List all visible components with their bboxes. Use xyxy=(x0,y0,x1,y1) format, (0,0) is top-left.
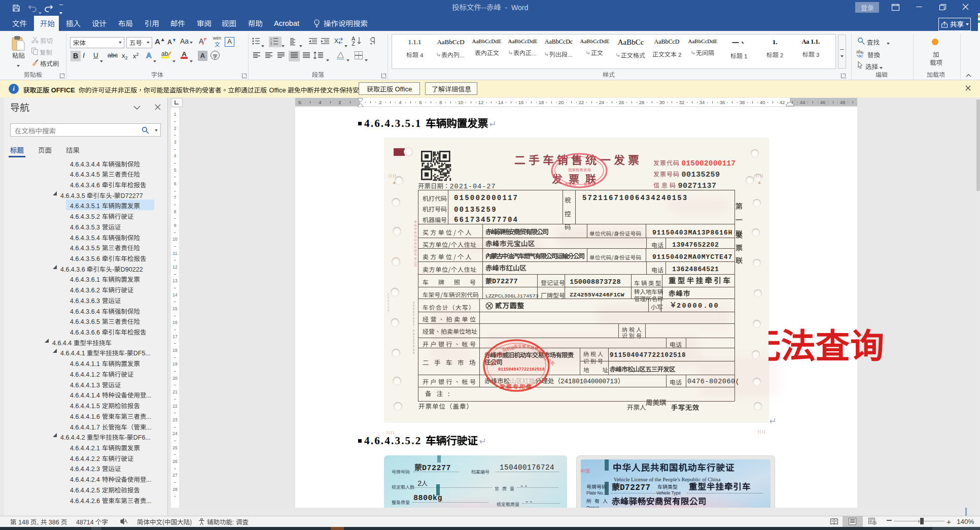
svg-text:11: 11 xyxy=(173,251,178,256)
svg-text:44: 44 xyxy=(800,100,806,105)
svg-text:24: 24 xyxy=(599,100,605,105)
svg-text:32: 32 xyxy=(679,100,685,105)
svg-text:b: b xyxy=(861,50,864,55)
svg-text:48: 48 xyxy=(840,100,846,105)
svg-text:2: 2 xyxy=(174,126,177,131)
svg-text:6: 6 xyxy=(174,181,177,186)
svg-text:28: 28 xyxy=(639,100,645,105)
svg-text:15: 15 xyxy=(172,306,178,311)
svg-text:14: 14 xyxy=(172,292,178,297)
svg-text:6: 6 xyxy=(298,100,301,105)
svg-text:18: 18 xyxy=(172,348,178,353)
svg-text:20: 20 xyxy=(558,100,564,105)
svg-text:22: 22 xyxy=(172,404,178,409)
svg-text:23: 23 xyxy=(172,417,178,422)
svg-text:10: 10 xyxy=(458,100,464,105)
svg-text:25: 25 xyxy=(172,445,178,450)
svg-text:22: 22 xyxy=(579,100,584,105)
svg-text:16: 16 xyxy=(172,320,178,325)
svg-text:8: 8 xyxy=(174,209,177,214)
svg-text:18: 18 xyxy=(539,100,544,105)
svg-text:36: 36 xyxy=(720,100,725,105)
svg-text:34: 34 xyxy=(699,100,705,105)
svg-text:19: 19 xyxy=(172,361,178,367)
svg-text:6: 6 xyxy=(419,100,422,105)
svg-text:2: 2 xyxy=(379,100,381,105)
svg-text:13: 13 xyxy=(172,278,178,283)
svg-text:12: 12 xyxy=(172,264,178,270)
svg-text:1: 1 xyxy=(174,112,177,117)
svg-text:42: 42 xyxy=(780,100,785,105)
svg-text:17: 17 xyxy=(172,334,178,339)
svg-text:4: 4 xyxy=(174,153,177,158)
svg-text:16: 16 xyxy=(518,100,524,105)
svg-text:2: 2 xyxy=(338,100,341,105)
svg-text:3: 3 xyxy=(174,140,177,145)
svg-text:38: 38 xyxy=(740,100,745,105)
svg-text:9: 9 xyxy=(174,223,177,228)
svg-text:40: 40 xyxy=(760,100,765,105)
svg-text:4: 4 xyxy=(399,100,401,105)
svg-text:26: 26 xyxy=(172,459,178,464)
svg-text:10: 10 xyxy=(172,237,178,242)
svg-text:26: 26 xyxy=(619,100,624,105)
svg-text:X: X xyxy=(334,38,338,45)
svg-text:5: 5 xyxy=(174,168,177,173)
svg-text:20: 20 xyxy=(172,376,178,381)
svg-text:27: 27 xyxy=(172,473,178,478)
svg-text:7: 7 xyxy=(174,195,177,200)
svg-text:28: 28 xyxy=(172,487,178,492)
svg-text:24: 24 xyxy=(172,431,178,436)
svg-text:30: 30 xyxy=(659,100,665,105)
svg-text:4: 4 xyxy=(319,100,321,105)
svg-text:12: 12 xyxy=(478,100,484,105)
svg-text:3: 3 xyxy=(270,43,272,46)
svg-text:8: 8 xyxy=(439,100,442,105)
svg-text:46: 46 xyxy=(820,100,826,105)
svg-text:21: 21 xyxy=(172,389,178,394)
svg-text:14: 14 xyxy=(498,100,504,105)
